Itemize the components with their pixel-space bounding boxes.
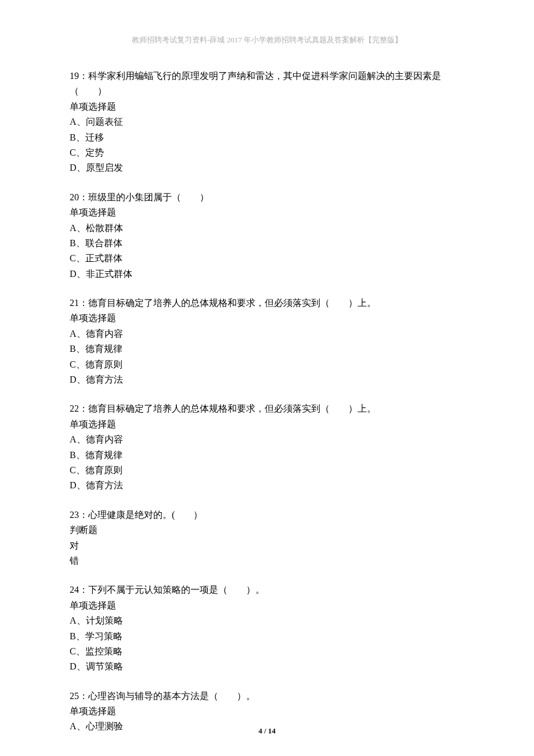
question-20: 20：班级里的小集团属于（ ） 单项选择题 A、松散群体 B、联合群体 C、正式… — [70, 190, 464, 282]
question-text: 25：心理咨询与辅导的基本方法是（ ）。 — [70, 689, 464, 704]
question-21: 21：德育目标确定了培养人的总体规格和要求，但必须落实到（ ）上。 单项选择题 … — [70, 296, 464, 387]
question-text: 22：德育目标确定了培养人的总体规格和要求，但必须落实到（ ）上。 — [70, 401, 464, 416]
content-body: 19：科学家利用蝙蝠飞行的原理发明了声纳和雷达，其中促进科学家问题解决的主要因素… — [70, 69, 464, 735]
option-a: A、松散群体 — [70, 221, 464, 236]
option-a: A、计划策略 — [70, 613, 464, 628]
question-23: 23：心理健康是绝对的。( ） 判断题 对 错 — [70, 507, 464, 569]
question-type: 单项选择题 — [70, 205, 464, 220]
option-c: C、定势 — [70, 145, 464, 160]
option-d: D、德育方法 — [70, 478, 464, 493]
option-d: D、德育方法 — [70, 372, 464, 387]
question-text: 19：科学家利用蝙蝠飞行的原理发明了声纳和雷达，其中促进科学家问题解决的主要因素… — [70, 69, 464, 99]
option-a: A、德育内容 — [70, 432, 464, 447]
option-d: D、原型启发 — [70, 160, 464, 175]
option-c: C、监控策略 — [70, 644, 464, 659]
option-d: D、非正式群体 — [70, 267, 464, 282]
option-b: B、联合群体 — [70, 236, 464, 251]
page-number-sep: / — [262, 726, 268, 735]
question-19: 19：科学家利用蝙蝠飞行的原理发明了声纳和雷达，其中促进科学家问题解决的主要因素… — [70, 69, 464, 176]
question-type: 单项选择题 — [70, 311, 464, 326]
question-text: 20：班级里的小集团属于（ ） — [70, 190, 464, 205]
question-type: 单项选择题 — [70, 598, 464, 613]
option-b: B、德育规律 — [70, 341, 464, 357]
option-b: B、迁移 — [70, 130, 464, 145]
question-text: 24：下列不属于元认知策略的一项是（ ）。 — [70, 582, 464, 597]
question-24: 24：下列不属于元认知策略的一项是（ ）。 单项选择题 A、计划策略 B、学习策… — [70, 582, 464, 674]
option-d: D、调节策略 — [70, 659, 464, 674]
question-22: 22：德育目标确定了培养人的总体规格和要求，但必须落实到（ ）上。 单项选择题 … — [70, 401, 464, 493]
question-type: 单项选择题 — [70, 704, 464, 719]
question-type: 判断题 — [70, 523, 464, 538]
page-number-total: 14 — [268, 726, 276, 735]
option-b: B、学习策略 — [70, 629, 464, 644]
option-c: C、德育原则 — [70, 463, 464, 478]
option-a: A、问题表征 — [70, 114, 464, 129]
question-type: 单项选择题 — [70, 417, 464, 432]
option-b: B、德育规律 — [70, 448, 464, 463]
page-footer: 4 / 14 — [0, 726, 534, 736]
option-false: 错 — [70, 553, 464, 568]
question-type: 单项选择题 — [70, 99, 464, 114]
option-c: C、正式群体 — [70, 251, 464, 266]
option-a: A、德育内容 — [70, 326, 464, 341]
option-c: C、德育原则 — [70, 357, 464, 372]
option-true: 对 — [70, 538, 464, 553]
page-header: 教师招聘考试复习资料-薛城 2017 年小学教师招聘考试真题及答案解析【完整版】 — [70, 35, 464, 45]
question-text: 21：德育目标确定了培养人的总体规格和要求，但必须落实到（ ）上。 — [70, 296, 464, 311]
question-text: 23：心理健康是绝对的。( ） — [70, 507, 464, 523]
